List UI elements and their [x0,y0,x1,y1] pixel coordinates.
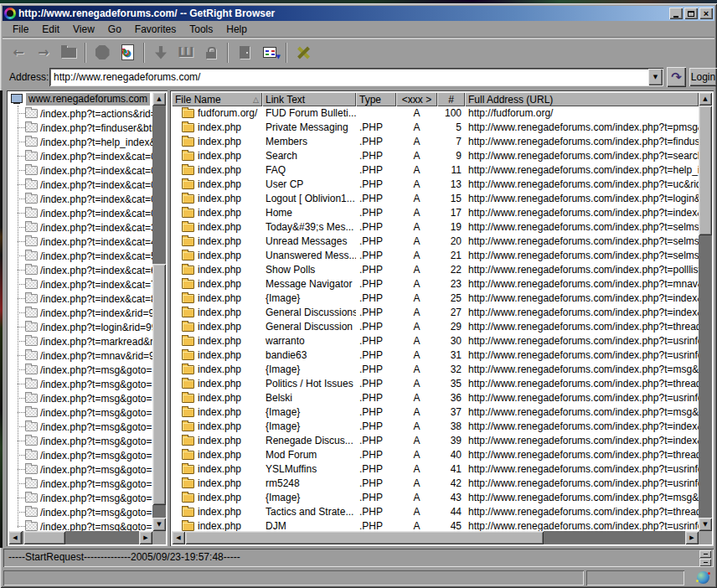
log-collapse-button[interactable] [699,550,711,558]
menu-tools[interactable]: Tools [183,22,219,37]
tree-item[interactable]: /index.php?t=index&cat=0& [8,178,152,192]
tree-item[interactable]: /index.php?t=msg&goto=17 [8,505,152,519]
tree-vertical-scrollbar[interactable]: ▲ ▼ [152,92,166,531]
column-header-link[interactable]: Link Text [262,92,356,106]
tree-root-item[interactable]: www.renegadeforums.com [8,92,152,106]
address-input[interactable]: http://www.renegadeforums.com/ ▼ [49,68,663,86]
column-header-file[interactable]: File Name△ [172,92,262,106]
forward-button[interactable]: → [31,41,56,64]
lock-button[interactable] [199,41,224,64]
table-row[interactable]: index.phpShow Polls.PHPA22http://www.ren… [172,263,699,277]
tree-item[interactable]: /index.php?t=index&cat=0& [8,163,152,178]
table-row[interactable]: index.phpGeneral Discussions.PHPA27http:… [172,306,699,320]
table-row[interactable]: index.phpFAQ.PHPA11http://www.renegadefo… [172,163,699,178]
table-row[interactable]: index.phpYSLMuffins.PHPA41http://www.ren… [172,462,699,477]
table-row[interactable]: index.phpDJM.PHPA45http://www.renegadefo… [172,519,699,531]
table-row[interactable]: index.php{Image}.PHPA25http://www.renega… [172,291,699,306]
scroll-left-button[interactable]: ◀ [8,531,22,544]
table-row[interactable]: index.phpPolitics / Hot Issues.PHPA35htt… [172,377,699,391]
tree-item[interactable]: /index.php?t=msg&goto=17 [8,448,152,462]
tree-item[interactable]: /index.php?t=index&cat=0& [8,192,152,206]
table-row[interactable]: index.phpLogout [ Oblivion1....PHPA15htt… [172,192,699,206]
tree-item[interactable]: /index.php?t=index&cat=5& [8,249,152,263]
table-row[interactable]: index.php{Image}.PHPA38http://www.renega… [172,420,699,434]
refresh-button[interactable]: ↻ [115,41,140,64]
maximize-button[interactable] [684,8,698,19]
close-button[interactable]: × [699,8,713,19]
list-vertical-scrollbar[interactable]: ▲ ▼ [699,92,712,531]
tree-item[interactable]: /index.php?t=msg&goto=17 [8,434,152,448]
table-row[interactable]: index.phpPrivate Messaging.PHPA5http://w… [172,121,699,135]
table-row[interactable]: index.phpwarranto.PHPA30http://www.reneg… [172,334,699,348]
list-horizontal-scrollbar[interactable]: ◀ ▶ [172,531,699,544]
tree-item[interactable]: /index.php?t=msg&goto=17 [8,420,152,434]
log-expand-button[interactable] [699,559,711,566]
tree-item[interactable]: /index.php?t=login&rid=996 [8,320,152,334]
menu-view[interactable]: View [66,22,101,37]
tree-item[interactable]: /index.php?t=msg&goto=17 [8,462,152,477]
table-row[interactable]: index.php{Image}.PHPA32http://www.renega… [172,363,699,377]
tree-item[interactable]: /index.php?t=msg&goto=17 [8,477,152,491]
title-bar[interactable]: http://www.renegadeforums.com/ -- GetRig… [3,6,714,21]
column-header-url[interactable]: Full Address (URL) [465,92,699,106]
link-list-button[interactable] [257,41,282,64]
tools-button[interactable] [291,41,316,64]
menu-go[interactable]: Go [101,22,128,37]
open-folder-button[interactable] [56,41,81,64]
tree-horizontal-scrollbar[interactable]: ◀ ▶ [8,531,152,544]
table-row[interactable]: index.phpBelski.PHPA36http://www.renegad… [172,391,699,405]
tree-item[interactable]: /index.php?t=msg&goto=16 [8,363,152,377]
back-button[interactable]: ← [6,41,31,64]
scroll-down-button[interactable]: ▼ [699,518,712,531]
grab-links-button[interactable]: Ш [173,41,199,64]
scroll-left-button[interactable]: ◀ [172,531,185,544]
tree-item[interactable]: /index.php?t=markread&rid= [8,334,152,348]
menu-edit[interactable]: Edit [35,22,66,37]
tree-item[interactable]: /index.php?t=msg&goto=17 [8,391,152,405]
tree-item[interactable]: /index.php?t=help_index&rid [8,135,152,149]
tree-item[interactable]: /index.php?t=mnav&rid=996 [8,348,152,363]
table-row[interactable]: index.phpToday&#39;s Mes....PHPA19http:/… [172,220,699,235]
table-row[interactable]: index.php{Image}.PHPA37http://www.renega… [172,405,699,420]
tree-item[interactable]: /index.php?t=index&cat=8& [8,291,152,306]
tree-item[interactable]: /index.php?t=index&cat=4& [8,235,152,249]
scrollbar-thumb[interactable] [152,264,166,505]
table-row[interactable]: index.phpTactics and Strate....PHPA44htt… [172,505,699,519]
table-row[interactable]: index.phpMembers.PHPA7http://www.renegad… [172,135,699,149]
tree-item[interactable]: /index.php?t=msg&goto=17 [8,405,152,420]
column-header-num[interactable]: # [437,92,465,106]
go-button[interactable]: ↷ [667,67,686,87]
table-row[interactable]: index.phpRenegade Discus....PHPA39http:/… [172,434,699,448]
scroll-right-button[interactable]: ▶ [139,531,152,544]
table-row[interactable]: index.phpMessage Navigator.PHPA23http://… [172,277,699,291]
tree-item[interactable]: /index.php?t=actions&rid=95 [8,106,152,121]
table-row[interactable]: index.phpUser CP.PHPA13http://www.renega… [172,178,699,192]
menu-help[interactable]: Help [219,22,254,37]
address-dropdown-button[interactable]: ▼ [648,69,663,85]
scroll-down-button[interactable]: ▼ [152,518,166,531]
scroll-up-button[interactable]: ▲ [699,92,712,106]
tree-item[interactable]: /index.php?t=finduser&btn_ [8,121,152,135]
menu-favorites[interactable]: Favorites [128,22,183,37]
tree-item[interactable]: /index.php?t=index&cat=0& [8,149,152,163]
table-row[interactable]: index.phpUnread Messages.PHPA20http://ww… [172,235,699,249]
column-header-type[interactable]: Type [356,92,396,106]
scrollbar-thumb[interactable] [23,531,65,544]
tree-item[interactable]: /index.php?t=index&rid=996 [8,306,152,320]
table-row[interactable]: index.phpbandie63.PHPA31http://www.reneg… [172,348,699,363]
tree-item[interactable]: /index.php?t=index&cat=0& [8,206,152,220]
tree-item[interactable]: /index.php?t=index&cat=7& [8,277,152,291]
scrollbar-thumb[interactable] [185,531,544,544]
scroll-up-button[interactable]: ▲ [152,92,166,106]
tree-item[interactable]: /index.php?t=index&cat=3& [8,220,152,235]
table-row[interactable]: index.phpHome.PHPA17http://www.renegadef… [172,206,699,220]
login-button[interactable]: Login [689,68,717,86]
stop-button[interactable] [90,41,115,64]
scrollbar-thumb[interactable] [699,106,712,235]
exit-button[interactable] [232,41,257,64]
table-row[interactable]: index.phpSearch.PHPA9http://www.renegade… [172,149,699,163]
table-row[interactable]: index.phpUnanswered Mess....PHPA21http:/… [172,249,699,263]
tree-item[interactable]: /index.php?t=msg&goto=17 [8,377,152,391]
table-row[interactable]: index.phpMod Forum.PHPA40http://www.rene… [172,448,699,462]
table-row[interactable]: index.phprm5248.PHPA42http://www.renegad… [172,477,699,491]
